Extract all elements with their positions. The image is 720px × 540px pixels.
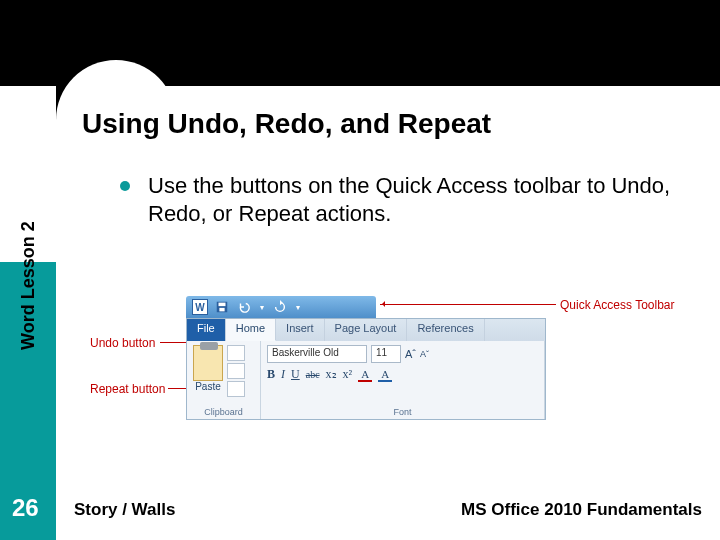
callout-undo: Undo button [90,336,155,350]
subscript-button[interactable]: x₂ [326,367,337,382]
paste-icon[interactable] [193,345,223,381]
callout-qat: Quick Access Toolbar [560,298,675,312]
ribbon-tabs: File Home Insert Page Layout References [187,319,545,341]
font-size-select[interactable]: 11 [371,345,401,363]
group-label-clipboard: Clipboard [193,405,254,417]
page-number: 26 [12,494,39,522]
underline-button[interactable]: U [291,367,300,382]
format-painter-icon[interactable] [227,381,245,397]
tab-home[interactable]: Home [226,319,276,341]
quick-access-toolbar: W ▾ ▾ [186,296,376,318]
repeat-icon[interactable] [272,299,288,315]
bold-button[interactable]: B [267,367,275,382]
qat-customize-icon[interactable]: ▾ [294,299,302,315]
grow-font-icon[interactable]: Aˆ [405,348,416,360]
italic-button[interactable]: I [281,367,285,382]
save-icon[interactable] [214,299,230,315]
paste-label: Paste [193,381,223,392]
strikethrough-button[interactable]: abc [306,369,320,380]
undo-icon[interactable] [236,299,252,315]
callout-arrow-qat [380,304,556,305]
ribbon: File Home Insert Page Layout References … [186,318,546,420]
svg-rect-2 [219,308,224,312]
ribbon-screenshot: Quick Access Toolbar Undo button Repeat … [90,284,660,444]
footer-right: MS Office 2010 Fundamentals [461,500,702,520]
sidebar-label: Word Lesson 2 [18,221,39,350]
shrink-font-icon[interactable]: Aˇ [420,349,429,359]
group-label-font: Font [267,405,538,417]
font-color-button[interactable]: A [378,368,392,382]
bullet-item: Use the buttons on the Quick Access tool… [120,172,690,227]
tab-file[interactable]: File [187,319,226,341]
slide-title: Using Undo, Redo, and Repeat [82,108,491,140]
callout-repeat: Repeat button [90,382,165,396]
text-highlight-button[interactable]: A [358,368,372,382]
footer-left: Story / Walls [74,500,175,520]
bullet-icon [120,181,130,191]
undo-dropdown-icon[interactable]: ▾ [258,299,266,315]
copy-icon[interactable] [227,363,245,379]
bullet-text: Use the buttons on the Quick Access tool… [148,172,690,227]
tab-insert[interactable]: Insert [276,319,325,341]
superscript-button[interactable]: x² [343,367,353,382]
group-font: Baskerville Old 11 Aˆ Aˇ B I U abc x₂ x² [261,341,545,419]
cut-icon[interactable] [227,345,245,361]
tab-page-layout[interactable]: Page Layout [325,319,408,341]
ribbon-groups: Paste Clipboard Baskerville Old [187,341,545,419]
font-name-select[interactable]: Baskerville Old [267,345,367,363]
word-logo-icon: W [192,299,208,315]
tab-references[interactable]: References [407,319,484,341]
svg-rect-1 [219,303,226,307]
group-clipboard: Paste Clipboard [187,341,261,419]
slide: Using Undo, Redo, and Repeat Use the but… [0,0,720,540]
